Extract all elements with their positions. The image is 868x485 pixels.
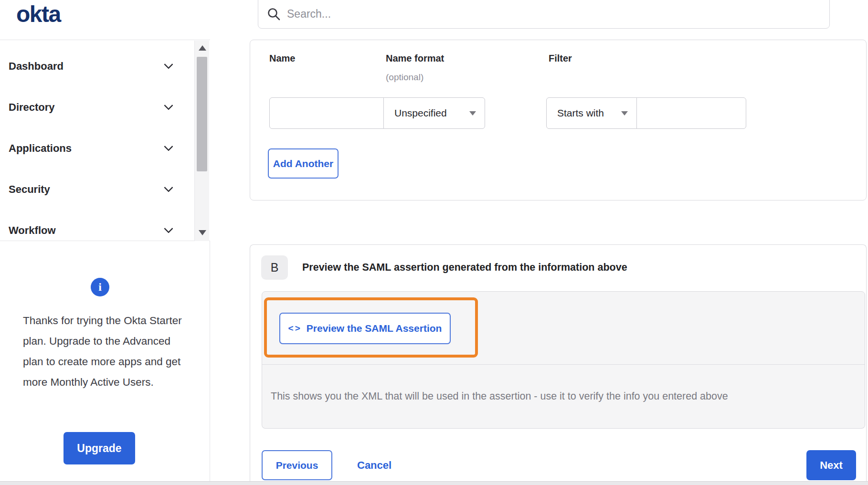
step-b-badge: B [261, 255, 288, 280]
filter-value-input[interactable] [637, 98, 746, 128]
preview-saml-assertion-button[interactable]: <> Preview the SAML Assertion [279, 313, 451, 344]
window-bottom-edge [0, 481, 868, 485]
upgrade-button[interactable]: Upgrade [64, 432, 135, 464]
okta-logo: okta [16, 1, 61, 27]
attribute-name-field[interactable] [269, 97, 384, 129]
chevron-down-icon [164, 101, 173, 110]
previous-button[interactable]: Previous [262, 450, 332, 480]
sidebar-item-dashboard[interactable]: Dashboard [0, 46, 210, 87]
global-search[interactable] [258, 0, 830, 29]
search-input[interactable] [287, 8, 764, 21]
okta-admin-console: okta Dashboard Directory Applications Se… [0, 0, 868, 485]
code-brackets-icon: <> [288, 323, 302, 334]
scroll-down-arrow-icon[interactable] [199, 230, 206, 235]
filter-value-field[interactable] [636, 97, 746, 129]
preview-description-panel: This shows you the XML that will be used… [262, 364, 865, 429]
cancel-link[interactable]: Cancel [357, 450, 392, 480]
scroll-up-arrow-icon[interactable] [199, 45, 206, 51]
name-format-select[interactable]: Unspecified [383, 97, 485, 129]
chevron-down-icon [164, 183, 173, 192]
next-button[interactable]: Next [806, 450, 856, 480]
info-icon: i [91, 278, 109, 296]
name-format-column-label: Name format [386, 53, 444, 64]
chevron-down-icon [164, 60, 173, 69]
sidebar-item-workflow[interactable]: Workflow [0, 210, 210, 251]
name-format-selected-value: Unspecified [394, 107, 447, 119]
chevron-down-icon [164, 224, 173, 233]
filter-operator-select[interactable]: Starts with [546, 97, 637, 129]
name-format-optional-hint: (optional) [386, 72, 423, 83]
search-icon [267, 7, 280, 21]
chevron-down-icon [164, 142, 173, 151]
sidebar-item-applications[interactable]: Applications [0, 128, 210, 169]
dropdown-caret-icon [621, 111, 628, 116]
sidebar-nav: Dashboard Directory Applications Securit… [0, 40, 210, 241]
attribute-name-input[interactable] [270, 98, 383, 128]
preview-action-panel: <> Preview the SAML Assertion [262, 291, 865, 365]
name-column-label: Name [269, 53, 295, 64]
preview-saml-card: B Preview the SAML assertion generated f… [250, 244, 867, 485]
sidebar-scrollbar[interactable] [194, 41, 209, 241]
scrollbar-thumb[interactable] [197, 57, 207, 171]
plan-notice-text: Thanks for trying the Okta Starter plan.… [23, 310, 183, 392]
filter-column-label: Filter [549, 53, 572, 64]
attribute-statements-card: Name Name format (optional) Filter Unspe… [250, 40, 867, 200]
add-another-button[interactable]: Add Another [268, 148, 339, 179]
sidebar-item-security[interactable]: Security [0, 169, 210, 210]
preview-button-label: Preview the SAML Assertion [307, 323, 442, 334]
dropdown-caret-icon [469, 111, 476, 116]
filter-operator-selected-value: Starts with [557, 107, 604, 119]
preview-description-text: This shows you the XML that will be used… [262, 390, 728, 402]
sidebar-item-directory[interactable]: Directory [0, 87, 210, 128]
preview-section-heading: Preview the SAML assertion generated fro… [302, 262, 627, 274]
